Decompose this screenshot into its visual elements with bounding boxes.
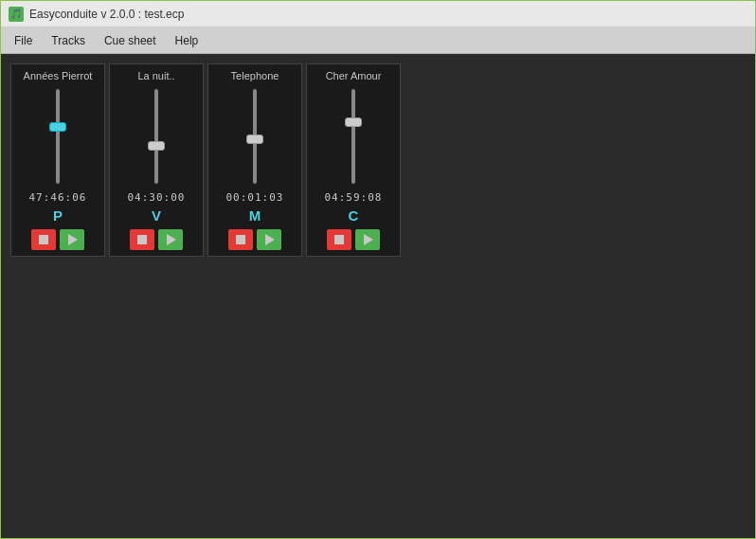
play-button-1[interactable]	[158, 229, 183, 250]
slider-track-3	[351, 89, 355, 184]
track-panel-1: La nuit..04:30:00V	[109, 63, 204, 257]
buttons-row-3	[327, 229, 380, 250]
track-name-2: Telephone	[208, 70, 301, 81]
stop-button-0[interactable]	[31, 229, 56, 250]
slider-thumb-0[interactable]	[49, 122, 66, 132]
track-letter-3: C	[349, 207, 359, 224]
main-content: Années Pierrot47:46:06PLa nuit..04:30:00…	[1, 54, 755, 539]
play-button-2[interactable]	[257, 229, 281, 250]
menu-file[interactable]: File	[5, 30, 42, 51]
buttons-row-2	[228, 229, 281, 250]
time-display-0: 47:46:06	[29, 191, 87, 204]
menu-bar: File Tracks Cue sheet Help	[1, 27, 755, 54]
menu-tracks[interactable]: Tracks	[42, 30, 95, 51]
menu-cue-sheet[interactable]: Cue sheet	[95, 30, 166, 51]
slider-thumb-3[interactable]	[345, 117, 362, 127]
stop-button-2[interactable]	[228, 229, 253, 250]
stop-button-3[interactable]	[327, 229, 351, 250]
track-name-3: Cher Amour	[307, 70, 400, 81]
window-title: Easyconduite v 2.0.0 : test.ecp	[29, 8, 184, 21]
track-panel-0: Années Pierrot47:46:06P	[10, 63, 105, 257]
time-display-2: 00:01:03	[226, 191, 284, 204]
slider-container-2[interactable]	[241, 89, 269, 184]
track-name-1: La nuit..	[110, 70, 203, 81]
slider-thumb-2[interactable]	[246, 135, 263, 144]
menu-help[interactable]: Help	[166, 30, 208, 51]
track-panel-3: Cher Amour04:59:08C	[306, 63, 401, 257]
track-letter-1: V	[152, 207, 161, 224]
slider-thumb-1[interactable]	[148, 141, 165, 151]
track-letter-2: M	[249, 207, 261, 224]
title-bar: 🎵 Easyconduite v 2.0.0 : test.ecp	[1, 1, 755, 27]
slider-track-1	[154, 89, 158, 184]
slider-track-0	[56, 89, 60, 184]
buttons-row-1	[130, 229, 183, 250]
play-button-3[interactable]	[355, 229, 380, 250]
time-display-1: 04:30:00	[128, 191, 186, 204]
slider-container-0[interactable]	[44, 89, 72, 184]
app-icon: 🎵	[9, 7, 24, 22]
track-letter-0: P	[53, 207, 63, 224]
slider-container-1[interactable]	[142, 89, 171, 184]
stop-button-1[interactable]	[130, 229, 154, 250]
track-panel-2: Telephone00:01:03M	[207, 63, 302, 257]
buttons-row-0	[31, 229, 84, 250]
tracks-container: Années Pierrot47:46:06PLa nuit..04:30:00…	[10, 63, 746, 257]
play-button-0[interactable]	[60, 229, 84, 250]
track-name-0: Années Pierrot	[11, 70, 104, 81]
slider-container-3[interactable]	[339, 89, 368, 184]
time-display-3: 04:59:08	[325, 191, 383, 204]
